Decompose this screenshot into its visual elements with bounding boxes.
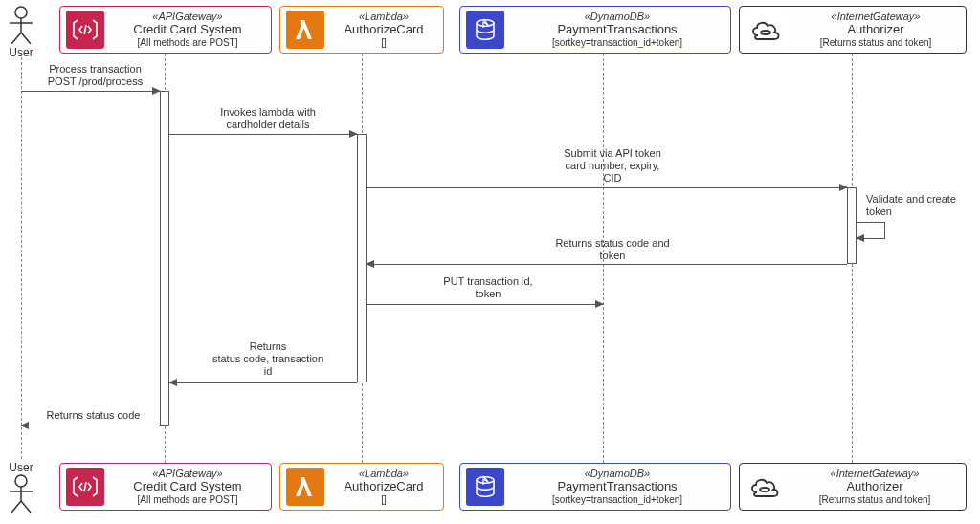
activation-apigw	[160, 91, 169, 426]
svg-line-12	[21, 501, 31, 513]
participant-note: [sortkey=transaction_id+token]	[552, 37, 682, 49]
message-2-label: Invokes lambda with cardholder details	[191, 106, 345, 131]
message-8	[21, 426, 160, 426]
svg-line-3	[11, 33, 21, 44]
lambda-icon	[286, 11, 324, 49]
svg-point-15	[760, 488, 769, 491]
message-1-label: Process transaction POST /prod/process	[31, 63, 160, 88]
message-1	[21, 91, 160, 92]
actor-user-top: User	[2, 6, 40, 59]
participant-name: AuthorizeCard	[344, 480, 423, 494]
svg-line-4	[21, 33, 31, 44]
message-6-label: PUT transaction id, token	[412, 275, 565, 300]
message-3-label: Submit via API token card number, expiry…	[517, 147, 708, 186]
message-6	[367, 304, 603, 305]
participant-note: []	[381, 37, 387, 49]
apigateway-icon	[66, 468, 104, 506]
message-8-label: Returns status code	[29, 409, 158, 422]
svg-line-5	[84, 25, 86, 34]
participant-note: [All methods are POST]	[137, 494, 237, 506]
participant-ddb-top: «DynamoDB» PaymentTransactions [sortkey=…	[459, 6, 731, 54]
participant-note: []	[381, 494, 387, 506]
participant-lambda-top: «Lambda» AuthorizeCard []	[279, 6, 444, 54]
participant-name: AuthorizeCard	[344, 23, 423, 37]
dynamodb-icon	[466, 11, 504, 49]
message-4-label: Validate and create token	[866, 193, 980, 218]
participant-name: Authorizer	[846, 480, 902, 494]
participant-note: [sortkey=transaction_id+token]	[552, 494, 682, 506]
actor-user-top-label: User	[2, 46, 40, 59]
participant-note: [All methods are POST]	[137, 37, 237, 49]
user-icon	[8, 6, 34, 44]
participant-note: [Returns status and token]	[820, 37, 932, 49]
participant-note: [Returns status and token]	[819, 494, 931, 506]
internetgateway-icon	[746, 10, 786, 50]
internetgateway-icon	[746, 468, 784, 506]
participant-apigw-top: «APIGateway» Credit Card System [All met…	[59, 6, 272, 54]
dynamodb-icon	[466, 468, 504, 506]
activation-lambda	[357, 134, 367, 382]
svg-point-8	[15, 475, 27, 487]
svg-point-7	[761, 31, 770, 34]
participant-name: Authorizer	[847, 23, 903, 37]
participant-ddb-bottom: «DynamoDB» PaymentTransactions [sortkey=…	[459, 463, 731, 511]
svg-line-11	[11, 501, 21, 513]
participant-igw-bottom: «InternetGateway» Authorizer [Returns st…	[739, 463, 967, 511]
message-5-label: Returns status code and token	[517, 237, 708, 262]
svg-point-0	[15, 7, 27, 18]
participant-name: Credit Card System	[133, 23, 241, 37]
participant-name: PaymentTransactions	[557, 480, 677, 494]
message-3	[367, 187, 847, 188]
activation-igw	[847, 187, 857, 264]
message-7-label: Returns status code, transaction id	[187, 340, 349, 379]
message-5	[367, 264, 847, 265]
participant-apigw-bottom: «APIGateway» Credit Card System [All met…	[59, 463, 272, 511]
actor-user-bottom-label: User	[2, 461, 40, 474]
actor-user-bottom: User	[2, 459, 40, 513]
message-7	[169, 382, 357, 383]
lifeline-user	[21, 57, 22, 459]
participant-lambda-bottom: «Lambda» AuthorizeCard []	[279, 463, 444, 511]
svg-line-13	[84, 482, 86, 491]
apigateway-icon	[66, 11, 104, 49]
participant-name: Credit Card System	[133, 480, 241, 494]
participant-name: PaymentTransactions	[557, 23, 677, 37]
lambda-icon	[286, 468, 324, 506]
message-2	[169, 134, 357, 135]
user-icon	[8, 474, 34, 513]
participant-igw-top: «InternetGateway» Authorizer [Returns st…	[739, 6, 967, 54]
